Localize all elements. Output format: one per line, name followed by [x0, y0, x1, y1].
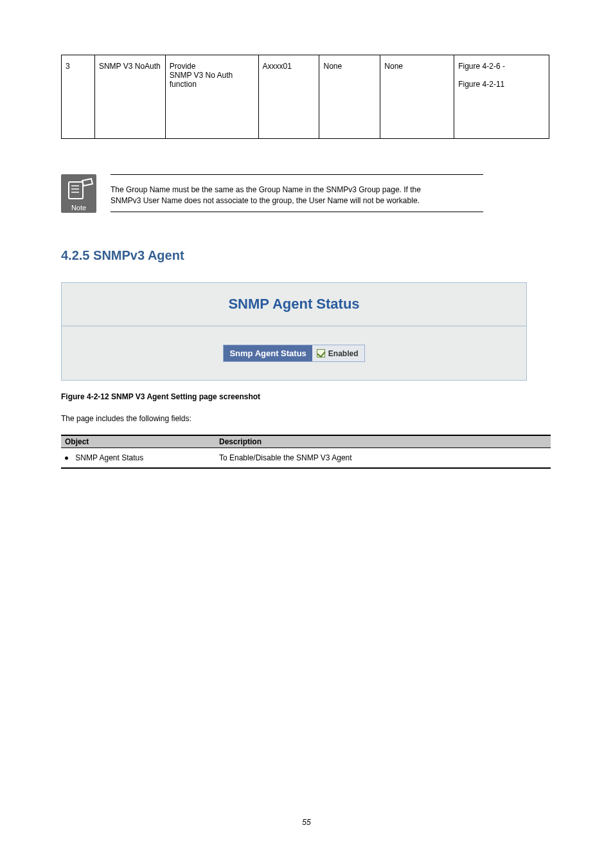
text: SNMP V3 NoAuth [99, 62, 161, 71]
cell-description: To Enable/Disable the SNMP V3 Agent [215, 448, 551, 469]
text: None [384, 62, 403, 71]
col-header-description: Description [215, 435, 551, 448]
table-header-row: Object Description [61, 435, 551, 448]
figure-caption: Figure 4-2-12 SNMP V3 Agent Setting page… [61, 392, 552, 401]
cell: Figure 4-2-6 - Figure 4-2-11 [454, 55, 549, 139]
row-value-cell: Enabled [312, 345, 364, 361]
row-value-text: Enabled [328, 349, 359, 358]
note-text-line: SNMPv3 User Name does not associate to t… [111, 195, 483, 206]
object-text: SNMP Agent Status [75, 453, 143, 462]
snmp-agent-panel: SNMP Agent Status Snmp Agent Status Enab… [61, 282, 527, 381]
note-block: Note The Group Name must be the same as … [61, 174, 552, 213]
spec-table: 3 SNMP V3 NoAuth Provide SNMP V3 No Auth… [61, 55, 549, 139]
text: function [170, 80, 254, 89]
cell-object: SNMP Agent Status [61, 448, 215, 469]
text: Provide [170, 62, 254, 71]
panel-title: SNMP Agent Status [62, 283, 526, 327]
section-heading: 4.2.5 SNMPv3 Agent [61, 248, 552, 263]
cell: None [380, 55, 454, 139]
divider [111, 212, 483, 212]
cell: None [319, 55, 380, 139]
note-icon: Note [61, 174, 96, 213]
text: Figure 4-2-11 [458, 80, 545, 89]
text: None [323, 62, 342, 71]
table-row: SNMP Agent Status To Enable/Disable the … [61, 448, 551, 469]
table-row: 3 SNMP V3 NoAuth Provide SNMP V3 No Auth… [62, 55, 549, 139]
text: Axxxx01 [263, 62, 292, 71]
cell: Provide SNMP V3 No Auth function [165, 55, 258, 139]
bullet-icon [65, 457, 68, 460]
cell-no: 3 [62, 55, 95, 139]
panel-body: Snmp Agent Status Enabled [62, 327, 526, 380]
col-header-object: Object [61, 435, 215, 448]
divider [111, 174, 483, 182]
page-number: 55 [0, 818, 613, 827]
cell: Axxxx01 [258, 55, 319, 139]
cell: SNMP V3 NoAuth [94, 55, 165, 139]
object-description-table: Object Description SNMP Agent Status To … [61, 435, 551, 469]
snmp-status-row: Snmp Agent Status Enabled [223, 345, 364, 362]
row-label: Snmp Agent Status [224, 345, 312, 361]
text: SNMP V3 No Auth [170, 71, 254, 80]
note-text-box: The Group Name must be the same as the G… [111, 174, 483, 212]
svg-rect-0 [69, 182, 83, 199]
note-icon-label: Note [61, 204, 96, 212]
text: Figure 4-2-6 - [458, 62, 545, 71]
checkbox-icon[interactable] [317, 349, 325, 357]
intro-text: The page includes the following fields: [61, 414, 552, 423]
text: 3 [66, 62, 70, 71]
note-text-line: The Group Name must be the same as the G… [111, 185, 483, 195]
